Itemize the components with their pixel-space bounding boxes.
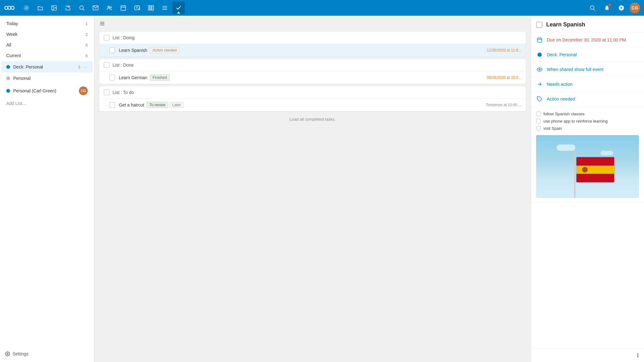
home-icon[interactable] bbox=[20, 2, 33, 14]
tag-later-haircut: Later bbox=[169, 102, 184, 108]
task-name-get-haircut: Get a haircut bbox=[119, 102, 144, 107]
task-checkbox-get-haircut[interactable] bbox=[109, 102, 115, 108]
detail-footer: ℹ bbox=[531, 348, 644, 362]
detail-task-title: Learn Spanish bbox=[546, 21, 585, 28]
detail-due-date-text: Due on December 30, 2020 at 11:00 PM bbox=[547, 37, 626, 42]
svg-rect-18 bbox=[148, 6, 150, 10]
detail-deck-text: Deck: Personal bbox=[547, 52, 577, 57]
task-group-done: List : Done Learn German Finished 09/26/… bbox=[99, 59, 526, 84]
checklist-check-0[interactable] bbox=[536, 112, 541, 116]
checklist-label-1: use phone app to reinforce learning bbox=[543, 119, 608, 123]
svg-point-3 bbox=[25, 7, 28, 9]
checklist-check-1[interactable] bbox=[536, 119, 541, 123]
task-group-todo: List : To do Get a haircut To review Lat… bbox=[99, 86, 526, 111]
checklist-check-2[interactable] bbox=[536, 126, 541, 131]
spain-flag-image bbox=[536, 135, 639, 198]
search-nav-icon[interactable] bbox=[75, 2, 88, 14]
sidebar-item-today[interactable]: Today 1 bbox=[1, 19, 93, 29]
task-date-get-haircut: Tomorrow at 10:00 ... bbox=[486, 103, 521, 107]
checklist-item-2[interactable]: visit Spain bbox=[536, 125, 639, 132]
content-header bbox=[99, 21, 526, 28]
detail-checklist: follow Spanish classes use phone app to … bbox=[531, 107, 644, 202]
svg-rect-19 bbox=[150, 6, 152, 10]
task-row-learn-german[interactable]: Learn German Finished 09/26/2020 at 10:0… bbox=[99, 71, 526, 84]
svg-line-8 bbox=[83, 9, 85, 11]
mail-icon[interactable] bbox=[89, 2, 102, 14]
sidebar-item-week[interactable]: Week 2 bbox=[1, 29, 93, 39]
svg-point-1 bbox=[8, 6, 11, 9]
info-icon[interactable]: ℹ bbox=[637, 352, 639, 359]
personal-carl-dot bbox=[6, 89, 10, 93]
load-completed-btn[interactable]: Load all completed tasks. bbox=[99, 114, 526, 125]
svg-point-26 bbox=[7, 353, 8, 354]
sidebar-item-personal-carl[interactable]: Personal (Carl Green) CG bbox=[1, 84, 93, 98]
detail-action-needed-text: Action needed bbox=[547, 96, 575, 101]
deck-icon[interactable] bbox=[145, 2, 157, 14]
task-group-done-checkbox[interactable] bbox=[104, 62, 109, 68]
detail-deck-row[interactable]: Deck: Personal bbox=[531, 47, 644, 62]
task-group-todo-header[interactable]: List : To do bbox=[99, 86, 526, 99]
task-group-done-header[interactable]: List : Done bbox=[99, 59, 526, 71]
checklist-item-0[interactable]: follow Spanish classes bbox=[536, 110, 639, 118]
activity-icon[interactable] bbox=[62, 2, 74, 14]
calendar-detail-icon bbox=[536, 36, 543, 43]
task-row-get-haircut[interactable]: Get a haircut To review Later Tomorrow a… bbox=[99, 99, 526, 111]
files-icon[interactable] bbox=[34, 2, 47, 14]
calendar-icon[interactable] bbox=[117, 2, 130, 14]
task-group-doing-checkbox[interactable] bbox=[104, 35, 109, 41]
account-icon[interactable] bbox=[615, 2, 628, 14]
svg-point-6 bbox=[53, 7, 54, 7]
sidebar: Today 1 Week 2 All 6 Current 6 Deck: Per… bbox=[0, 16, 94, 362]
task-group-doing-header[interactable]: List : Doing bbox=[99, 32, 526, 44]
deck-personal-dot bbox=[6, 65, 10, 69]
task-checkbox-learn-german[interactable] bbox=[109, 75, 115, 80]
svg-rect-12 bbox=[121, 6, 126, 10]
checklist-label-2: visit Spain bbox=[543, 126, 562, 131]
deck-personal-menu-btn[interactable]: ··· bbox=[81, 64, 88, 70]
sidebar-item-add-list[interactable]: Add List... bbox=[1, 98, 93, 108]
settings-icon bbox=[5, 351, 10, 356]
list-icon[interactable] bbox=[158, 2, 171, 14]
detail-shared-row[interactable]: When shared show full event bbox=[531, 62, 644, 77]
sidebar-settings[interactable]: Settings bbox=[0, 348, 94, 359]
hamburger-btn[interactable] bbox=[99, 21, 105, 28]
svg-point-11 bbox=[110, 7, 111, 8]
task-checkbox-learn-spanish[interactable] bbox=[109, 47, 115, 53]
notification-icon[interactable] bbox=[601, 2, 613, 14]
sidebar-item-current[interactable]: Current 6 bbox=[1, 51, 93, 61]
detail-needs-action-text: Needs action bbox=[547, 82, 573, 87]
detail-task-checkbox[interactable] bbox=[536, 22, 542, 28]
tag-action-needed-spanish: Action needed bbox=[150, 47, 180, 53]
sidebar-item-deck-personal[interactable]: Deck: Personal 3 ··· bbox=[1, 61, 93, 73]
tasks-icon[interactable] bbox=[172, 2, 185, 14]
search-right-icon[interactable] bbox=[586, 2, 599, 14]
detail-needs-action-row[interactable]: Needs action bbox=[531, 77, 644, 92]
task-group-done-title: List : Done bbox=[113, 63, 134, 68]
sidebar-item-personal[interactable]: Personal bbox=[1, 73, 93, 83]
task-name-learn-spanish: Learn Spanish bbox=[119, 48, 147, 53]
deck-detail-icon bbox=[536, 51, 543, 58]
task-group-todo-checkbox[interactable] bbox=[104, 90, 109, 95]
notification-badge bbox=[608, 3, 611, 7]
eye-detail-icon bbox=[536, 66, 543, 73]
svg-point-10 bbox=[108, 6, 109, 8]
photos-icon[interactable] bbox=[48, 2, 60, 14]
svg-point-4 bbox=[24, 6, 29, 10]
settings-label: Settings bbox=[13, 351, 29, 356]
user-avatar[interactable]: CG bbox=[630, 3, 640, 13]
tag-detail-icon bbox=[536, 96, 543, 102]
contacts-icon[interactable] bbox=[103, 2, 116, 14]
app-logo[interactable] bbox=[4, 2, 15, 14]
task-date-learn-german: 09/26/2020 at 10:0... bbox=[487, 75, 521, 80]
main-layout: Today 1 Week 2 All 6 Current 6 Deck: Per… bbox=[0, 16, 644, 362]
checklist-item-1[interactable]: use phone app to reinforce learning bbox=[536, 118, 639, 125]
task-row-learn-spanish[interactable]: Learn Spanish Action needed 12/30/2020 a… bbox=[99, 44, 526, 57]
tag-finished-german: Finished bbox=[150, 74, 169, 81]
task-content: List : Doing Learn Spanish Action needed… bbox=[94, 16, 531, 362]
sidebar-item-all[interactable]: All 6 bbox=[1, 40, 93, 50]
detail-action-needed-row[interactable]: Action needed bbox=[531, 92, 644, 107]
task-group-todo-title: List : To do bbox=[113, 90, 134, 95]
detail-due-date-row[interactable]: Due on December 30, 2020 at 11:00 PM bbox=[531, 33, 644, 47]
notes-icon[interactable] bbox=[131, 2, 143, 14]
svg-point-7 bbox=[80, 6, 83, 9]
